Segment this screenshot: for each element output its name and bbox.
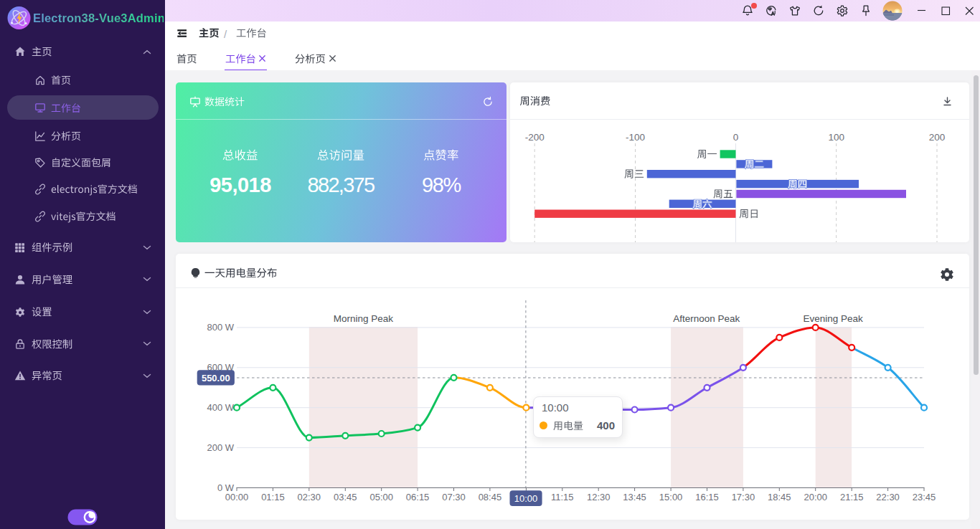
svg-text:-200: -200 [525,132,545,143]
svg-text:11:15: 11:15 [551,492,574,502]
svg-text:07:30: 07:30 [442,492,466,502]
svg-text:0: 0 [733,132,739,143]
svg-text:22:30: 22:30 [876,492,900,502]
svg-text:Evening Peak: Evening Peak [803,313,863,324]
svg-text:800 W: 800 W [207,322,234,333]
svg-text:12:30: 12:30 [587,492,611,502]
svg-text:17:30: 17:30 [732,492,755,502]
svg-text:01:15: 01:15 [261,492,285,502]
svg-text:200: 200 [929,132,946,143]
svg-text:200 W: 200 W [207,442,234,453]
svg-text:-100: -100 [626,132,645,143]
svg-text:06:15: 06:15 [406,492,430,502]
svg-text:13:45: 13:45 [623,492,646,502]
svg-text:100: 100 [828,132,844,143]
svg-text:16:15: 16:15 [695,492,719,502]
svg-text:00:00: 00:00 [225,492,249,502]
svg-text:08:45: 08:45 [479,492,502,502]
svg-text:400 W: 400 W [207,402,234,413]
svg-text:15:00: 15:00 [659,492,683,502]
svg-text:03:45: 03:45 [334,492,357,502]
svg-text:05:00: 05:00 [369,492,393,502]
svg-text:18:45: 18:45 [768,492,791,502]
svg-text:20:00: 20:00 [804,492,827,502]
svg-text:21:15: 21:15 [840,492,864,502]
svg-text:Afternoon Peak: Afternoon Peak [673,313,740,324]
svg-text:02:30: 02:30 [298,492,321,502]
svg-text:550.00: 550.00 [202,373,230,383]
svg-text:23:45: 23:45 [913,492,936,502]
svg-text:10:00: 10:00 [514,493,538,504]
svg-text:Morning Peak: Morning Peak [334,313,394,324]
